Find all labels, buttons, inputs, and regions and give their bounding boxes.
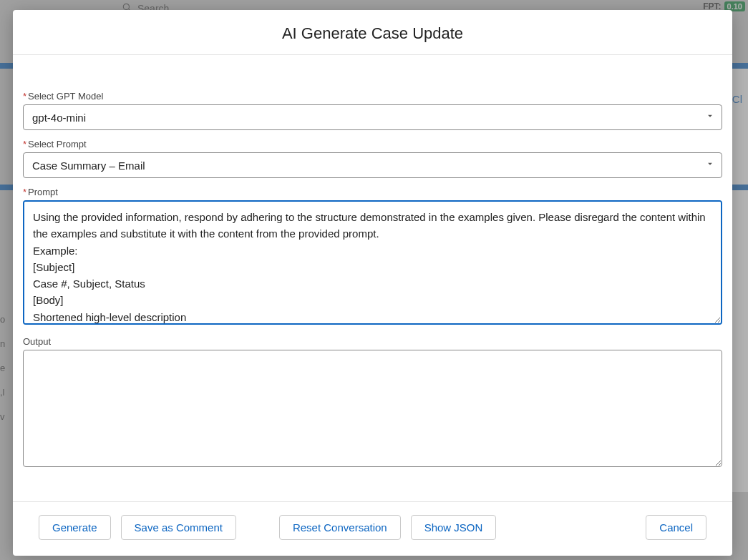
- prompt-field: *Prompt: [23, 187, 722, 328]
- gpt-model-label: *Select GPT Model: [23, 91, 722, 102]
- required-indicator: *: [23, 187, 26, 197]
- gpt-model-select[interactable]: gpt-4o-mini: [23, 104, 722, 130]
- output-textarea[interactable]: [23, 350, 722, 467]
- footer-middle-group: Reset Conversation Show JSON: [279, 515, 496, 540]
- modal-header: AI Generate Case Update: [13, 10, 732, 55]
- footer-left-group: Generate Save as Comment: [39, 515, 236, 540]
- output-label: Output: [23, 336, 722, 347]
- show-json-button[interactable]: Show JSON: [411, 515, 497, 540]
- prompt-select-label: *Select Prompt: [23, 139, 722, 149]
- cancel-button[interactable]: Cancel: [646, 515, 706, 540]
- generate-button[interactable]: Generate: [39, 515, 111, 540]
- modal-title: AI Generate Case Update: [30, 24, 715, 43]
- prompt-select-field: *Select Prompt Case Summary – Email: [23, 139, 722, 178]
- save-as-comment-button[interactable]: Save as Comment: [121, 515, 236, 540]
- gpt-model-value: gpt-4o-mini: [32, 112, 86, 124]
- output-field: Output: [23, 336, 722, 470]
- required-indicator: *: [23, 91, 26, 102]
- gpt-model-field: *Select GPT Model gpt-4o-mini: [23, 91, 722, 130]
- prompt-select[interactable]: Case Summary – Email: [23, 152, 722, 178]
- modal-body: *Select GPT Model gpt-4o-mini *Select Pr…: [13, 55, 732, 501]
- prompt-textarea[interactable]: [23, 200, 722, 325]
- prompt-select-value: Case Summary – Email: [32, 159, 145, 172]
- required-indicator: *: [23, 139, 26, 149]
- prompt-label: *Prompt: [23, 187, 722, 197]
- modal-footer: Generate Save as Comment Reset Conversat…: [13, 501, 732, 556]
- reset-conversation-button[interactable]: Reset Conversation: [279, 515, 401, 540]
- ai-generate-case-update-modal: AI Generate Case Update *Select GPT Mode…: [13, 10, 732, 556]
